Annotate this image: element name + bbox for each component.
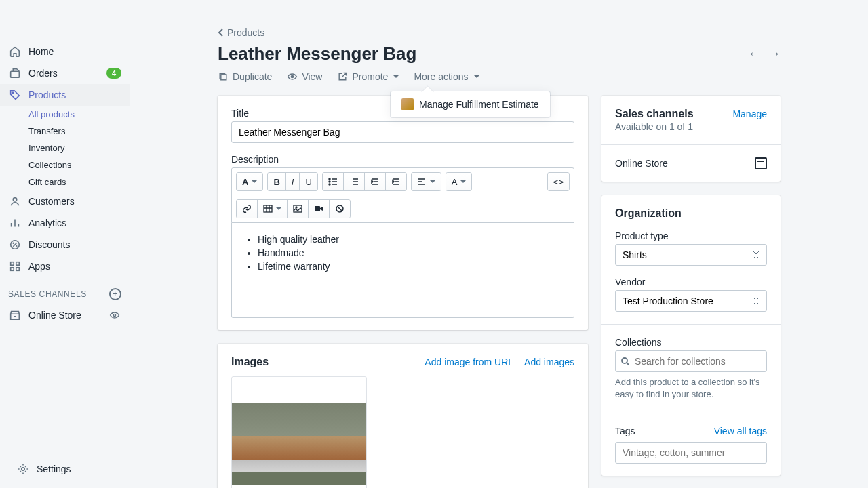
nav-discounts[interactable]: Discounts bbox=[0, 234, 130, 256]
page-header: Leather Messenger Bag ← → bbox=[218, 43, 781, 64]
desc-bullet: Lifetime warranty bbox=[258, 260, 560, 273]
product-type-select[interactable] bbox=[615, 244, 767, 266]
action-label: Promote bbox=[352, 71, 388, 82]
add-channel-button[interactable]: + bbox=[109, 288, 121, 300]
color-dropdown[interactable]: A bbox=[446, 173, 472, 190]
nav-label: Discounts bbox=[28, 239, 121, 250]
product-image[interactable] bbox=[231, 376, 367, 488]
image-button[interactable] bbox=[288, 200, 309, 218]
svg-point-11 bbox=[292, 75, 294, 77]
bold-button[interactable]: B bbox=[268, 173, 285, 190]
nav-products[interactable]: Products bbox=[0, 84, 130, 106]
eye-icon bbox=[287, 71, 298, 82]
sidebar-footer: Settings bbox=[0, 450, 130, 488]
nav-online-store[interactable]: Online Store bbox=[0, 304, 130, 326]
description-editor[interactable]: High quality leatherHandmadeLifetime war… bbox=[231, 223, 574, 318]
apps-icon bbox=[8, 260, 22, 273]
caret-down-icon bbox=[460, 180, 466, 183]
nav-settings[interactable]: Settings bbox=[8, 458, 121, 480]
nav-customers[interactable]: Customers bbox=[0, 190, 130, 212]
more-actions[interactable]: More actions bbox=[414, 71, 479, 82]
images-heading: Images bbox=[231, 356, 269, 368]
clear-format-button[interactable] bbox=[330, 200, 350, 218]
next-arrow[interactable]: → bbox=[768, 47, 781, 61]
nav-label: Settings bbox=[37, 464, 113, 474]
title-input[interactable] bbox=[231, 121, 574, 143]
prev-arrow[interactable]: ← bbox=[748, 47, 760, 61]
action-label: Duplicate bbox=[233, 71, 272, 82]
add-images-link[interactable]: Add images bbox=[524, 357, 574, 367]
calendar-icon[interactable] bbox=[755, 157, 767, 169]
nav-label: Online Store bbox=[28, 310, 109, 321]
svg-rect-0 bbox=[11, 71, 20, 77]
manage-link[interactable]: Manage bbox=[732, 108, 767, 119]
chevron-left-icon bbox=[218, 28, 224, 37]
link-button[interactable] bbox=[237, 200, 258, 218]
nav-sub-label: Inventory bbox=[28, 143, 64, 153]
desc-bullet: High quality leather bbox=[258, 232, 560, 246]
nav-all-products[interactable]: All products bbox=[28, 106, 130, 123]
sales-channels-card: Sales channels Manage Available on 1 of … bbox=[601, 96, 781, 182]
nav-transfers[interactable]: Transfers bbox=[28, 123, 130, 140]
online-store-label: Online Store bbox=[615, 158, 668, 169]
breadcrumb[interactable]: Products bbox=[218, 27, 781, 38]
tags-input[interactable] bbox=[615, 442, 767, 464]
nav-products-sub: All products Transfers Inventory Collect… bbox=[0, 106, 130, 190]
caret-down-icon bbox=[276, 207, 281, 210]
sidebar-nav: Home Orders 4 Products All products Tran… bbox=[0, 41, 130, 450]
image-grid bbox=[231, 376, 574, 488]
add-image-url-link[interactable]: Add image from URL bbox=[425, 357, 513, 367]
promote-action[interactable]: Promote bbox=[337, 71, 399, 82]
view-store-icon[interactable] bbox=[109, 310, 121, 321]
desc-bullet: Handmade bbox=[258, 246, 560, 260]
nav-label: Apps bbox=[28, 261, 121, 272]
bullet-list-button[interactable] bbox=[323, 173, 344, 190]
indent-button[interactable] bbox=[386, 173, 406, 190]
table-button[interactable] bbox=[258, 200, 288, 218]
view-all-tags-link[interactable]: View all tags bbox=[714, 426, 767, 436]
nav-home[interactable]: Home bbox=[0, 41, 130, 62]
svg-point-20 bbox=[622, 358, 627, 363]
nav-apps[interactable]: Apps bbox=[0, 256, 130, 277]
analytics-icon bbox=[8, 216, 22, 230]
outdent-button[interactable] bbox=[365, 173, 386, 190]
nav-sub-label: Transfers bbox=[28, 126, 65, 136]
svg-rect-5 bbox=[16, 262, 20, 266]
view-action[interactable]: View bbox=[287, 71, 322, 82]
vendor-select[interactable] bbox=[615, 290, 767, 312]
code-view-button[interactable]: <> bbox=[548, 173, 569, 190]
nav-sub-label: All products bbox=[28, 109, 75, 119]
product-type-label: Product type bbox=[615, 230, 767, 241]
video-button[interactable] bbox=[309, 200, 330, 218]
action-bar: Duplicate View Promote More actions bbox=[218, 71, 781, 82]
nav-gift-cards[interactable]: Gift cards bbox=[28, 174, 130, 190]
number-list-button[interactable] bbox=[344, 173, 365, 190]
nav-collections[interactable]: Collections bbox=[28, 157, 130, 174]
nav-inventory[interactable]: Inventory bbox=[28, 140, 130, 157]
align-dropdown[interactable] bbox=[412, 173, 441, 190]
format-dropdown[interactable]: A bbox=[237, 173, 262, 190]
description-label: Description bbox=[231, 154, 574, 165]
nav-section-channels: Sales channels + bbox=[0, 277, 130, 304]
nav-label: Home bbox=[28, 46, 121, 57]
org-heading: Organization bbox=[615, 207, 767, 220]
nav-orders[interactable]: Orders 4 bbox=[0, 62, 130, 84]
main-content: Products Leather Messenger Bag ← → Dupli… bbox=[130, 0, 868, 488]
nav-label: Products bbox=[28, 89, 121, 100]
nav-analytics[interactable]: Analytics bbox=[0, 212, 130, 234]
duplicate-action[interactable]: Duplicate bbox=[218, 71, 272, 82]
svg-rect-18 bbox=[315, 206, 320, 211]
underline-button[interactable]: U bbox=[300, 173, 317, 190]
svg-point-13 bbox=[329, 181, 330, 182]
customers-icon bbox=[8, 195, 22, 208]
title-desc-card: Title Description A B I U bbox=[218, 96, 588, 330]
caret-down-icon bbox=[430, 180, 435, 183]
nav-label: Orders bbox=[28, 68, 106, 79]
svg-rect-10 bbox=[221, 75, 226, 80]
more-actions-popover[interactable]: Manage Fulfillment Estimate bbox=[391, 92, 550, 117]
italic-button[interactable]: I bbox=[286, 173, 300, 190]
images-card: Images Add image from URL Add images bbox=[218, 344, 588, 488]
collections-search[interactable] bbox=[615, 350, 767, 372]
page-nav-arrows: ← → bbox=[748, 47, 781, 61]
action-label: More actions bbox=[414, 71, 468, 82]
